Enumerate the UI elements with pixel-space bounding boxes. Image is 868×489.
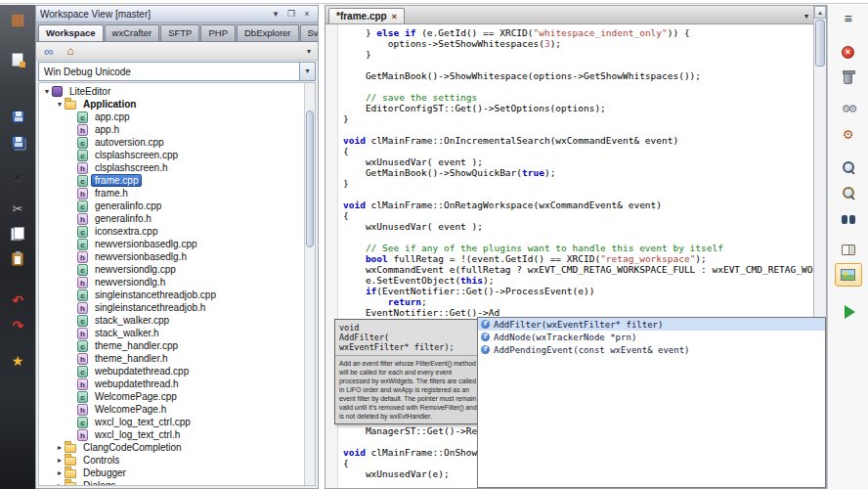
- tab-close-icon[interactable]: ×: [392, 12, 397, 22]
- tree-item-autoversion-cpp[interactable]: cautoversion.cpp: [39, 136, 315, 149]
- tree-item-label: WelcomePage.h: [91, 403, 170, 416]
- search-button[interactable]: [835, 156, 862, 179]
- build-config-dropdown[interactable]: Win Debug Unicode ▾: [38, 62, 316, 81]
- completion-item[interactable]: fAddPendingEvent(const wxEvent& event): [478, 343, 825, 356]
- cpp-icon: c: [77, 289, 88, 301]
- tree-item-app-h[interactable]: happ.h: [39, 123, 315, 136]
- tree-item-generalinfo-h[interactable]: hgeneralinfo.h: [39, 212, 315, 225]
- run-button[interactable]: [835, 300, 862, 324]
- dock-menu-button[interactable]: ▾: [269, 8, 282, 20]
- tree-item-newversionbasedlg-cpp[interactable]: cnewversionbasedlg.cpp: [39, 238, 315, 250]
- close-button[interactable]: ×: [300, 8, 314, 20]
- menu-icon: ≡: [844, 12, 851, 25]
- logo-button[interactable]: ▦: [5, 7, 30, 30]
- new-file-button[interactable]: [5, 48, 30, 71]
- tree-item-newversionbasedlg-h[interactable]: hnewversionbasedlg.h: [39, 250, 315, 263]
- paste-button[interactable]: [5, 247, 30, 271]
- codelite-window: ▦×✂↶↷★ Workspace View [master] ▾❐× Works…: [0, 0, 868, 489]
- tab-frame-cpp[interactable]: *frame.cpp ×: [328, 8, 405, 23]
- h-icon: h: [77, 162, 88, 174]
- tree-scrollbar-thumb[interactable]: [306, 111, 314, 247]
- bookmark-button[interactable]: ★: [5, 349, 30, 373]
- link-editor-button[interactable]: ∞: [39, 43, 59, 60]
- dropdown-arrow-icon[interactable]: ▾: [299, 63, 315, 80]
- expand-arrow-icon[interactable]: ▸: [55, 443, 65, 452]
- tab-php[interactable]: PHP: [200, 24, 236, 41]
- completion-item[interactable]: fAddFilter(wxEventFilter* filter): [478, 318, 825, 331]
- tree-item-newversiondlg-h[interactable]: hnewversiondlg.h: [39, 276, 315, 289]
- save-button[interactable]: [5, 105, 30, 128]
- tree-item-wxcl-log-text-ctrl-cpp[interactable]: cwxcl_log_text_ctrl.cpp: [39, 416, 315, 428]
- open-file-button[interactable]: [5, 73, 30, 97]
- redo-button[interactable]: ↷: [5, 314, 30, 337]
- tree-item-generalinfo-cpp[interactable]: cgeneralinfo.cpp: [39, 200, 315, 212]
- tree-item-controls[interactable]: ▸Controls: [39, 454, 315, 467]
- collapse-arrow-icon[interactable]: ▾: [42, 87, 52, 96]
- tree-scrollbar[interactable]: [304, 83, 315, 485]
- toolbar-overflow-icon[interactable]: ▾: [303, 47, 315, 56]
- help-book-button[interactable]: [835, 238, 862, 261]
- workspace-title-bar[interactable]: Workspace View [master] ▾❐×: [36, 6, 318, 22]
- tree-item-debugger[interactable]: ▸Debugger: [39, 467, 315, 479]
- tree-item-stack-walker-h[interactable]: hstack_walker.h: [39, 327, 315, 339]
- image-viewer-button[interactable]: [835, 263, 862, 287]
- tree-item-liteeditor[interactable]: ▾LiteEditor: [39, 85, 315, 98]
- tree-item-singleinstancethreadjob-h[interactable]: hsingleinstancethreadjob.h: [39, 301, 315, 314]
- copy-icon: [11, 227, 24, 241]
- cut-button[interactable]: ✂: [5, 197, 30, 220]
- tree-item-webupdatethread-h[interactable]: hwebupdatethread.h: [39, 378, 315, 390]
- expand-arrow-icon[interactable]: ▸: [55, 468, 65, 477]
- tree-item-label: ClangCodeCompletion: [79, 441, 186, 454]
- find-in-files-button[interactable]: [835, 206, 862, 230]
- find-replace-button[interactable]: [835, 181, 862, 204]
- settings-button[interactable]: ⚙: [835, 122, 862, 146]
- tab-dbexplorer[interactable]: DbExplorer: [237, 24, 299, 41]
- float-button[interactable]: ❐: [284, 8, 298, 20]
- trash-button[interactable]: [835, 66, 862, 89]
- tree-item-clsplashscreen-h[interactable]: hclsplashscreen.h: [39, 161, 315, 174]
- menu-button[interactable]: ≡: [835, 7, 862, 30]
- tools-button[interactable]: ⚙⚙: [835, 97, 862, 120]
- tree-item-welcomepage-cpp[interactable]: cWelcomePage.cpp: [39, 390, 315, 403]
- tree-item-wxcl-log-text-ctrl-h[interactable]: hwxcl_log_text_ctrl.h: [39, 428, 315, 441]
- tab-wxcrafter[interactable]: wxCrafter: [105, 24, 160, 41]
- tree-item-singleinstancethreadjob-cpp[interactable]: csingleinstancethreadjob.cpp: [39, 289, 315, 301]
- copy-button[interactable]: [5, 222, 30, 245]
- tree-item-application[interactable]: ▾Application: [39, 98, 315, 111]
- clear-button[interactable]: ×: [835, 40, 862, 64]
- scroll-up-icon[interactable]: ▴: [814, 6, 826, 19]
- tab-sftp[interactable]: SFTP: [160, 24, 199, 41]
- tab-workspace[interactable]: Workspace: [38, 24, 104, 41]
- expand-arrow-icon[interactable]: ▸: [55, 481, 65, 486]
- tree-item-clsplashscreen-cpp[interactable]: cclsplashscreen.cpp: [39, 149, 315, 161]
- home-button[interactable]: ⌂: [61, 43, 80, 60]
- cpp-icon: c: [77, 417, 88, 428]
- tree-item-app-cpp[interactable]: capp.cpp: [39, 111, 315, 123]
- tree-item-label: singleinstancethreadjob.h: [91, 301, 209, 314]
- close-file-button[interactable]: ×: [5, 165, 30, 189]
- save-all-button[interactable]: [5, 130, 30, 154]
- tree-item-welcomepage-h[interactable]: hWelcomePage.h: [39, 403, 315, 416]
- tree-item-frame-cpp[interactable]: cframe.cpp: [39, 174, 315, 187]
- h-icon: h: [77, 429, 88, 441]
- tab-svn[interactable]: Svn: [300, 24, 318, 41]
- collapse-arrow-icon[interactable]: ▾: [55, 100, 65, 109]
- undo-button[interactable]: ↶: [5, 289, 30, 312]
- tree-item-dialogs[interactable]: ▸Dialogs: [39, 479, 315, 486]
- tree-item-label: newversionbasedlg.cpp: [91, 238, 201, 250]
- tree-item-theme-handler-cpp[interactable]: ctheme_handler.cpp: [39, 339, 315, 352]
- expand-arrow-icon[interactable]: ▸: [55, 456, 65, 465]
- scrollbar-thumb[interactable]: [815, 20, 825, 67]
- tree-item-theme-handler-h[interactable]: htheme_handler.h: [39, 352, 315, 365]
- tree-item-webupdatethread-cpp[interactable]: cwebupdatethread.cpp: [39, 365, 315, 378]
- tree-item-clangcodecompletion[interactable]: ▸ClangCodeCompletion: [39, 441, 315, 454]
- folder-icon: [65, 457, 76, 466]
- tree-item-frame-h[interactable]: hframe.h: [39, 187, 315, 200]
- tab-list-icon[interactable]: ▾: [803, 12, 810, 23]
- function-icon: f: [481, 345, 490, 354]
- h-icon: h: [77, 124, 88, 136]
- tree-item-iconsextra-cpp[interactable]: ciconsextra.cpp: [39, 225, 315, 238]
- tree-item-stack-walker-cpp[interactable]: cstack_walker.cpp: [39, 314, 315, 327]
- completion-item[interactable]: fAddNode(wxTrackerNode *prn): [478, 331, 825, 343]
- tree-item-newversiondlg-cpp[interactable]: cnewversiondlg.cpp: [39, 263, 315, 276]
